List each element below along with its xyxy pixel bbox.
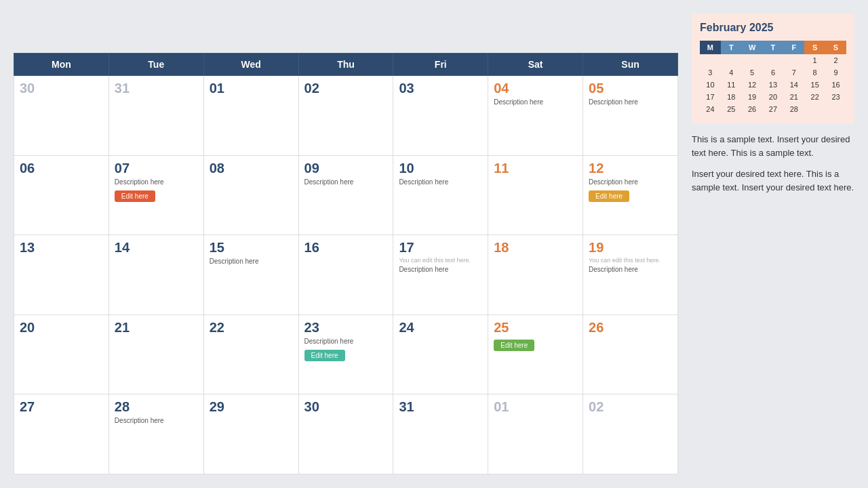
calendar-cell: 10Description here xyxy=(393,155,488,235)
day-number: 13 xyxy=(20,239,103,256)
mini-cal-row: 10111213141516 xyxy=(700,79,846,91)
day-number: 07 xyxy=(115,160,198,176)
mini-cal-cell: 21 xyxy=(783,91,804,103)
mini-cal-cell xyxy=(721,54,742,66)
day-number: 11 xyxy=(494,160,577,176)
calendar-cell: 05Description here xyxy=(583,76,678,156)
calendar-cell: 01 xyxy=(203,76,298,156)
edit-button[interactable]: Edit here xyxy=(494,340,534,351)
calendar-cell: 06 xyxy=(14,155,109,235)
calendar-cell: 13 xyxy=(14,235,109,315)
day-number: 23 xyxy=(304,319,388,336)
mini-cal-cell: 1 xyxy=(804,54,825,66)
day-note: You can edit this text here. xyxy=(399,257,482,264)
mini-cal-cell xyxy=(763,54,784,66)
calendar-cell: 31 xyxy=(393,394,488,474)
calendar-cell: 17You can edit this text here.Descriptio… xyxy=(393,235,488,315)
mini-cal-cell: 23 xyxy=(825,91,846,103)
edit-button[interactable]: Edit here xyxy=(115,190,155,202)
mini-cal-header: MTWTFSS xyxy=(700,41,846,54)
day-number: 29 xyxy=(210,399,293,415)
calendar-week-row: 0607Description hereEdit here0809Descrip… xyxy=(14,155,678,235)
mini-cal-title: February 2025 xyxy=(700,22,846,34)
day-number: 22 xyxy=(210,319,293,336)
mini-cal-cell: 24 xyxy=(700,103,721,115)
mini-cal-row: 3456789 xyxy=(700,66,846,79)
day-number: 12 xyxy=(589,160,672,176)
calendar-header: MonTueWedThuFriSatSun xyxy=(14,54,678,76)
calendar-cell: 30 xyxy=(298,394,393,474)
day-number: 02 xyxy=(589,399,672,415)
calendar-cell: 28Description here xyxy=(108,394,203,474)
mini-cal-cell: 2 xyxy=(825,54,846,66)
mini-cal-cell: 9 xyxy=(825,66,846,79)
day-number: 19 xyxy=(589,239,672,256)
day-number: 24 xyxy=(399,319,482,336)
day-number: 09 xyxy=(304,160,388,176)
calendar-cell: 15Description here xyxy=(203,235,298,315)
sidebar-text: This is a sample text. Insert your desir… xyxy=(692,133,854,194)
mini-cal-cell xyxy=(742,54,763,66)
calendar-cell: 02 xyxy=(298,76,393,156)
calendar-cell: 31 xyxy=(108,76,203,156)
mini-cal-cell: 3 xyxy=(700,66,721,79)
calendar-cell: 18 xyxy=(488,235,583,315)
day-number: 01 xyxy=(494,399,577,415)
mini-calendar: MTWTFSS 12345678910111213141516171819202… xyxy=(700,41,846,115)
day-number: 14 xyxy=(115,239,198,256)
day-number: 10 xyxy=(399,160,482,176)
calendar-cell: 03 xyxy=(393,76,488,156)
day-description: Description here xyxy=(304,337,388,346)
calendar-body: 303101020304Description here05Descriptio… xyxy=(14,76,678,474)
mini-cal-cell: 4 xyxy=(721,66,742,79)
mini-cal-cell: 25 xyxy=(721,103,742,115)
calendar-week-row: 131415Description here1617You can edit t… xyxy=(14,235,678,315)
calendar-cell: 25Edit here xyxy=(488,314,583,394)
mini-calendar-container: February 2025 MTWTFSS 123456789101112131… xyxy=(692,14,854,123)
day-description: Description here xyxy=(589,265,672,274)
day-number: 28 xyxy=(115,399,198,415)
mini-cal-cell xyxy=(804,103,825,115)
day-number: 20 xyxy=(20,319,103,336)
day-number: 03 xyxy=(399,80,482,96)
mini-cal-cell xyxy=(825,103,846,115)
day-description: Description here xyxy=(399,265,482,274)
day-description: Description here xyxy=(399,178,482,186)
mini-cal-cell: 15 xyxy=(804,79,825,91)
sidebar-text-1: This is a sample text. Insert your desir… xyxy=(692,133,854,159)
mini-cal-cell: 13 xyxy=(763,79,784,91)
month-title xyxy=(14,14,678,45)
calendar-cell: 11 xyxy=(488,155,583,235)
calendar-week-row: 2728Description here2930310102 xyxy=(14,394,678,474)
day-number: 17 xyxy=(399,239,482,256)
day-number: 15 xyxy=(210,239,293,256)
calendar-week-row: 303101020304Description here05Descriptio… xyxy=(14,76,678,156)
day-description: Description here xyxy=(589,178,672,186)
mini-cal-row: 12 xyxy=(700,54,846,66)
day-number: 04 xyxy=(494,80,577,96)
day-description: Description here xyxy=(115,178,198,186)
day-description: Description here xyxy=(494,98,577,106)
main-calendar: MonTueWedThuFriSatSun 303101020304Descri… xyxy=(14,53,678,474)
mini-cal-cell xyxy=(700,54,721,66)
day-number: 26 xyxy=(589,319,672,336)
calendar-cell: 01 xyxy=(488,394,583,474)
day-number: 31 xyxy=(399,399,482,415)
day-number: 08 xyxy=(210,160,293,176)
mini-cal-cell: 19 xyxy=(742,91,763,103)
day-number: 18 xyxy=(494,239,577,256)
weekday-row: MonTueWedThuFriSatSun xyxy=(14,54,678,76)
mini-cal-cell: 12 xyxy=(742,79,763,91)
calendar-cell: 09Description here xyxy=(298,155,393,235)
calendar-cell: 30 xyxy=(14,76,109,156)
edit-button[interactable]: Edit here xyxy=(304,350,345,361)
calendar-cell: 24 xyxy=(393,314,488,394)
mini-cal-body: 1234567891011121314151617181920212223242… xyxy=(700,54,846,115)
edit-button[interactable]: Edit here xyxy=(589,190,629,202)
day-description: Description here xyxy=(304,178,388,186)
mini-cal-cell: 22 xyxy=(804,91,825,103)
mini-cal-cell: 5 xyxy=(742,66,763,79)
mini-cal-cell: 6 xyxy=(763,66,784,79)
calendar-cell: 23Description hereEdit here xyxy=(298,314,393,394)
mini-cal-cell: 8 xyxy=(804,66,825,79)
